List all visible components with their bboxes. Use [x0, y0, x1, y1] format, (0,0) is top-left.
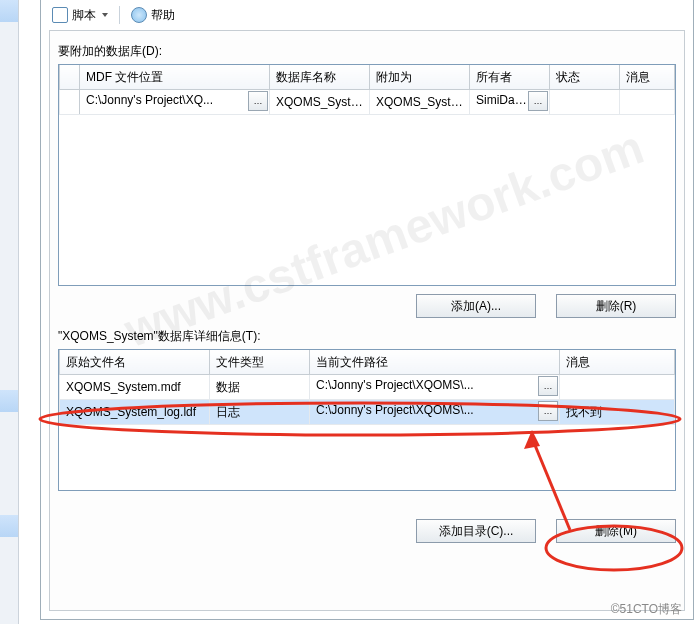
file-row[interactable]: XQOMS_System_log.ldf 日志 C:\Jonny's Proje… [60, 400, 675, 425]
browse-file-button[interactable]: … [538, 376, 558, 396]
help-icon [131, 7, 147, 23]
attach-db-label: 要附加的数据库(D): [58, 43, 676, 60]
browse-file-button[interactable]: … [538, 401, 558, 421]
left-window-strip [0, 0, 19, 624]
mdf-path-cell[interactable]: C:\Jonny's Project\XQ... … [80, 90, 270, 115]
col-mdf-location[interactable]: MDF 文件位置 [80, 65, 270, 90]
col-attach-as[interactable]: 附加为 [370, 65, 470, 90]
script-menu-label: 脚本 [72, 7, 96, 24]
col-cur-path[interactable]: 当前文件路径 [310, 350, 560, 375]
dialog-body: 脚本 帮助 要附加的数据库(D): MDF 文件位置 数据库名称 [40, 0, 694, 620]
remove-file-button[interactable]: 删除(M) [556, 519, 676, 543]
content-area: 要附加的数据库(D): MDF 文件位置 数据库名称 附加为 所有者 状态 消息 [49, 30, 685, 611]
attach-as-cell[interactable]: XQOMS_System [370, 90, 470, 115]
status-cell [550, 90, 620, 115]
databases-grid[interactable]: MDF 文件位置 数据库名称 附加为 所有者 状态 消息 C:\Jonny's … [58, 64, 676, 286]
col-message[interactable]: 消息 [620, 65, 675, 90]
chevron-down-icon [102, 13, 108, 17]
help-label: 帮助 [151, 7, 175, 24]
add-database-button[interactable]: 添加(A)... [416, 294, 536, 318]
files-header-row: 原始文件名 文件类型 当前文件路径 消息 [60, 350, 675, 375]
script-icon [52, 7, 68, 23]
help-button[interactable]: 帮助 [124, 3, 182, 27]
db-details-label: "XQOMS_System"数据库详细信息(T): [58, 328, 676, 345]
file-path-cell[interactable]: C:\Jonny's Project\XQOMS\... … [310, 375, 560, 400]
databases-header-row: MDF 文件位置 数据库名称 附加为 所有者 状态 消息 [60, 65, 675, 90]
script-menu-button[interactable]: 脚本 [45, 3, 115, 27]
col-orig-file[interactable]: 原始文件名 [60, 350, 210, 375]
col-file-msg[interactable]: 消息 [560, 350, 675, 375]
col-db-name[interactable]: 数据库名称 [270, 65, 370, 90]
col-status[interactable]: 状态 [550, 65, 620, 90]
message-cell [620, 90, 675, 115]
add-directory-button[interactable]: 添加目录(C)... [416, 519, 536, 543]
file-path-cell[interactable]: C:\Jonny's Project\XQOMS\... … [310, 400, 560, 425]
toolbar: 脚本 帮助 [41, 3, 693, 27]
db-name-cell[interactable]: XQOMS_System [270, 90, 370, 115]
database-row[interactable]: C:\Jonny's Project\XQ... … XQOMS_System … [60, 90, 675, 115]
file-row[interactable]: XQOMS_System.mdf 数据 C:\Jonny's Project\X… [60, 375, 675, 400]
browse-owner-button[interactable]: … [528, 91, 548, 111]
footer-watermark: ©51CTO博客 [611, 601, 682, 618]
col-file-type[interactable]: 文件类型 [210, 350, 310, 375]
db-files-grid[interactable]: 原始文件名 文件类型 当前文件路径 消息 XQOMS_System.mdf 数据… [58, 349, 676, 491]
owner-cell[interactable]: SimiDat... … [470, 90, 550, 115]
col-owner[interactable]: 所有者 [470, 65, 550, 90]
remove-database-button[interactable]: 删除(R) [556, 294, 676, 318]
browse-mdf-button[interactable]: … [248, 91, 268, 111]
